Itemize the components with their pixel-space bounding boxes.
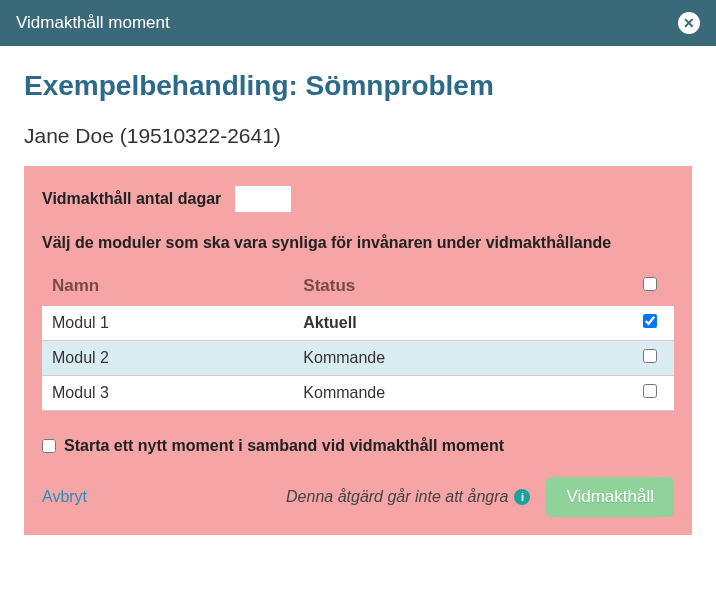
page-title: Exempelbehandling: Sömnproblem — [24, 70, 692, 102]
days-input[interactable] — [235, 186, 291, 212]
row-checkbox[interactable] — [643, 349, 657, 363]
cell-status: Kommande — [293, 376, 626, 411]
start-new-row: Starta ett nytt moment i samband vid vid… — [42, 437, 674, 455]
start-new-label: Starta ett nytt moment i samband vid vid… — [64, 437, 504, 455]
days-label: Vidmakthåll antal dagar — [42, 190, 221, 208]
modal-header: Vidmakthåll moment ✕ — [0, 0, 716, 46]
table-row: Modul 3 Kommande — [42, 376, 674, 411]
days-row: Vidmakthåll antal dagar — [42, 186, 674, 212]
start-new-checkbox[interactable] — [42, 439, 56, 453]
modal-title: Vidmakthåll moment — [16, 13, 170, 33]
module-table: Namn Status Modul 1 Aktuell Modul 2 — [42, 266, 674, 411]
info-icon[interactable]: i — [514, 489, 530, 505]
cell-status: Aktuell — [293, 306, 626, 341]
select-all-checkbox[interactable] — [643, 277, 657, 291]
col-status: Status — [293, 266, 626, 306]
table-row: Modul 1 Aktuell — [42, 306, 674, 341]
col-name: Namn — [42, 266, 293, 306]
modal-body: Exempelbehandling: Sömnproblem Jane Doe … — [0, 46, 716, 555]
warning-label: Denna åtgärd går inte att ångra — [286, 488, 508, 506]
footer-row: Avbryt Denna åtgärd går inte att ångra i… — [42, 477, 674, 517]
col-select-all — [626, 266, 674, 306]
cell-status: Kommande — [293, 341, 626, 376]
close-icon[interactable]: ✕ — [678, 12, 700, 34]
patient-info: Jane Doe (19510322-2641) — [24, 124, 692, 148]
row-checkbox[interactable] — [643, 314, 657, 328]
module-instruction: Välj de moduler som ska vara synliga för… — [42, 234, 674, 252]
cancel-button[interactable]: Avbryt — [42, 488, 87, 506]
row-checkbox[interactable] — [643, 384, 657, 398]
modal: Vidmakthåll moment ✕ Exempelbehandling: … — [0, 0, 716, 555]
warning-text: Denna åtgärd går inte att ångra i — [103, 488, 530, 506]
submit-button[interactable]: Vidmakthåll — [546, 477, 674, 517]
cell-name: Modul 2 — [42, 341, 293, 376]
settings-panel: Vidmakthåll antal dagar Välj de moduler … — [24, 166, 692, 535]
cell-name: Modul 1 — [42, 306, 293, 341]
cell-name: Modul 3 — [42, 376, 293, 411]
table-row: Modul 2 Kommande — [42, 341, 674, 376]
